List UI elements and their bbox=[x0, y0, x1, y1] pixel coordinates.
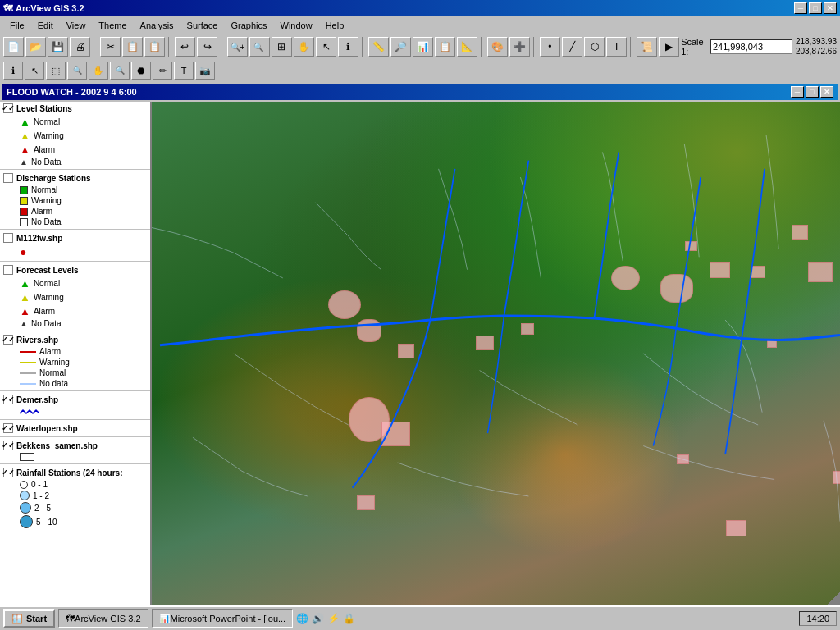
legend-rainfall-check[interactable]: ✓ bbox=[3, 468, 13, 477]
legend-demer-header: ✓ Demer.shp bbox=[0, 393, 150, 406]
tri-dark-icon-fl: ▲ bbox=[20, 319, 28, 328]
tri-yellow-icon-ls: ▲ bbox=[20, 130, 30, 142]
legend-level-stations-check[interactable]: ✓ bbox=[3, 103, 13, 113]
menu-file[interactable]: File bbox=[3, 19, 31, 32]
tb-undo[interactable]: ↩ bbox=[175, 37, 195, 57]
tb-script[interactable]: 📜 bbox=[637, 37, 657, 57]
legend-forecast-check[interactable] bbox=[3, 265, 13, 275]
legend-waterlopen-check[interactable]: ✓ bbox=[3, 423, 13, 433]
legend-rivers-label: Rivers.shp bbox=[16, 336, 58, 345]
tb2-snapshot[interactable]: 📷 bbox=[195, 62, 215, 80]
sq-white-border-icon bbox=[20, 453, 34, 461]
tb-open[interactable]: 📂 bbox=[25, 37, 46, 57]
maximize-button[interactable]: □ bbox=[809, 2, 822, 14]
doc-maximize[interactable]: □ bbox=[806, 86, 819, 98]
tb-zoom-out[interactable]: 🔍- bbox=[249, 37, 270, 57]
coord-x: 218,393.93 bbox=[796, 37, 837, 47]
legend-ls-alarm-label: Alarm bbox=[34, 145, 55, 154]
tb-new[interactable]: 📄 bbox=[3, 37, 24, 57]
map-area[interactable] bbox=[152, 102, 840, 605]
tb-label[interactable]: T bbox=[606, 37, 627, 57]
legend-rf-5-10-label: 5 - 10 bbox=[36, 518, 57, 527]
menu-theme[interactable]: Theme bbox=[92, 19, 133, 32]
legend-bekkens-check[interactable]: ✓ bbox=[3, 441, 13, 450]
tri-green-icon: ▲ bbox=[20, 116, 30, 128]
tb-draw-pt[interactable]: • bbox=[540, 37, 560, 57]
legend-m112fw-check[interactable] bbox=[3, 233, 13, 243]
tb-pan[interactable]: ✋ bbox=[294, 37, 314, 57]
tb-draw-line[interactable]: ╱ bbox=[562, 37, 582, 57]
tb-paste[interactable]: 📋 bbox=[144, 37, 165, 57]
scale-input[interactable] bbox=[710, 39, 792, 54]
legend-item-rf-5-10: 5 - 10 bbox=[0, 514, 150, 529]
tb-save[interactable]: 💾 bbox=[48, 37, 68, 57]
tb2-pan2[interactable]: ✋ bbox=[89, 62, 108, 80]
arcview-label: ArcView GIS 3.2 bbox=[75, 614, 141, 623]
legend-waterlopen-label: Waterlopen.shp bbox=[16, 424, 78, 433]
toolbar-sep-7 bbox=[630, 37, 633, 57]
tb2-zoom-in2[interactable]: 🔍 bbox=[67, 62, 87, 80]
menu-view[interactable]: View bbox=[60, 19, 93, 32]
legend-discharge-label: Discharge Stations bbox=[16, 174, 91, 183]
tb2-info[interactable]: ℹ bbox=[3, 62, 23, 80]
tb2-text-tool[interactable]: T bbox=[174, 62, 194, 80]
toolbar-sep-5 bbox=[481, 37, 484, 57]
tb-zoom-full[interactable]: ⊞ bbox=[272, 37, 292, 57]
tb-run[interactable]: ▶ bbox=[659, 37, 679, 57]
tb-redo[interactable]: ↪ bbox=[197, 37, 217, 57]
tb-chart[interactable]: 📊 bbox=[413, 37, 433, 57]
legend-item-rf-1-2: 1 - 2 bbox=[0, 490, 150, 501]
tb2-select-shape[interactable]: ⬣ bbox=[131, 62, 151, 80]
tb-table[interactable]: 📋 bbox=[435, 37, 455, 57]
close-button[interactable]: ✕ bbox=[824, 2, 837, 14]
legend-item-ls-normal: ▲ Normal bbox=[0, 115, 150, 129]
legend-fl-normal-label: Normal bbox=[34, 279, 60, 288]
toolbar-sep-4 bbox=[362, 37, 365, 57]
start-button[interactable]: 🪟 Start bbox=[3, 609, 55, 628]
start-label: Start bbox=[26, 614, 47, 623]
tb-select[interactable]: ↖ bbox=[316, 37, 336, 57]
tb-copy[interactable]: 📋 bbox=[122, 37, 143, 57]
tb2-draw-tool[interactable]: ✏ bbox=[153, 62, 172, 80]
tb-cut[interactable]: ✂ bbox=[100, 37, 121, 57]
menu-edit[interactable]: Edit bbox=[31, 19, 60, 32]
menu-window[interactable]: Window bbox=[274, 19, 319, 32]
legend-item-rf-2-5: 2 - 5 bbox=[0, 501, 150, 514]
tb-measure[interactable]: 📏 bbox=[368, 37, 389, 57]
toolbar-sep-1 bbox=[94, 37, 97, 57]
menu-analysis[interactable]: Analysis bbox=[134, 19, 180, 32]
legend-scroll[interactable]: ✓ Level Stations ▲ Normal ▲ Warning ▲ Al… bbox=[0, 102, 150, 605]
doc-close[interactable]: ✕ bbox=[820, 86, 833, 98]
legend-rivers-check[interactable]: ✓ bbox=[3, 335, 13, 345]
map-outer: FLOOD WATCH - 2002 9 4 6:00 ─ □ ✕ ✓ Leve… bbox=[0, 82, 840, 605]
legend-discharge-check[interactable] bbox=[3, 173, 13, 183]
tb-print[interactable]: 🖨 bbox=[70, 37, 90, 57]
menu-help[interactable]: Help bbox=[319, 19, 351, 32]
title-bar-controls: ─ □ ✕ bbox=[794, 2, 837, 14]
resize-handle[interactable] bbox=[827, 592, 840, 605]
network-icon: 🌐 bbox=[296, 613, 308, 624]
doc-minimize[interactable]: ─ bbox=[791, 86, 804, 98]
tb-find[interactable]: 🔎 bbox=[390, 37, 411, 57]
legend-m112fw-label: M112fw.shp bbox=[16, 234, 62, 243]
menu-graphics[interactable]: Graphics bbox=[225, 19, 274, 32]
legend-demer-check[interactable]: ✓ bbox=[3, 395, 13, 404]
tb2-select-arrow[interactable]: ↖ bbox=[25, 62, 44, 80]
tb-layout[interactable]: 📐 bbox=[457, 37, 477, 57]
tb-add-theme[interactable]: ➕ bbox=[509, 37, 530, 57]
tb2-select-rect[interactable]: ⬚ bbox=[46, 62, 66, 80]
doc-controls: ─ □ ✕ bbox=[791, 86, 833, 98]
tb-identify[interactable]: ℹ bbox=[338, 37, 358, 57]
taskbar-item-arcview[interactable]: 🗺 ArcView GIS 3.2 bbox=[58, 609, 148, 628]
legend-ls-normal-label: Normal bbox=[34, 117, 60, 126]
minimize-button[interactable]: ─ bbox=[794, 2, 807, 14]
tb2-zoom-sel[interactable]: 🔍 bbox=[110, 62, 130, 80]
legend-rv-normal-label: Normal bbox=[39, 368, 66, 377]
legend-rainfall-header: ✓ Rainfall Stations (24 hours: bbox=[0, 466, 150, 479]
tb-theme[interactable]: 🎨 bbox=[487, 37, 508, 57]
menu-surface[interactable]: Surface bbox=[180, 19, 225, 32]
rivers-svg bbox=[152, 102, 840, 605]
taskbar-item-powerpoint[interactable]: 📊 Microsoft PowerPoint - [lou... bbox=[152, 609, 294, 628]
tb-zoom-in[interactable]: 🔍+ bbox=[227, 37, 248, 57]
tb-draw-poly[interactable]: ⬡ bbox=[584, 37, 605, 57]
